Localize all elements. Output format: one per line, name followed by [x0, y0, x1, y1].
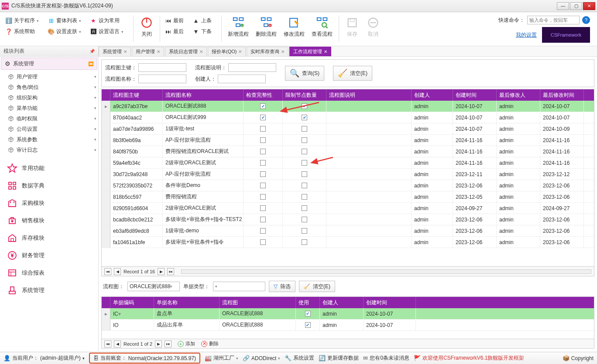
pin-icon[interactable]: 📌 [89, 49, 95, 54]
close-button[interactable]: 关闭 [136, 14, 157, 40]
window-list-menu[interactable]: ⊞窗体列表 [46, 16, 83, 26]
grid1-hscroll[interactable] [181, 269, 591, 274]
checkbox[interactable] [260, 171, 266, 177]
close-tab-icon[interactable]: ✕ [324, 49, 327, 54]
query-button[interactable]: 🔍查询(S) [285, 66, 324, 81]
quicknav-item[interactable]: 数据字典 [0, 177, 98, 194]
grid2-first-button[interactable]: ⏮ [104, 340, 111, 347]
checkbox[interactable] [260, 183, 266, 188]
about-menu[interactable]: ℹ️关于程序 [3, 16, 41, 26]
tab[interactable]: 工作流程管理✕ [289, 47, 331, 56]
factory-select[interactable]: 🏭湖州工厂 [205, 354, 238, 362]
checkbox[interactable] [302, 103, 307, 109]
tree-node[interactable]: 审计日志▾ [2, 145, 96, 155]
search-flowdesc-input[interactable] [228, 63, 276, 72]
checkbox[interactable] [260, 239, 266, 245]
checkbox[interactable] [260, 115, 266, 120]
filter-button[interactable]: ▽筛选 [269, 281, 295, 292]
search-flowname-input[interactable] [138, 75, 186, 83]
checkbox[interactable] [302, 183, 307, 188]
last-record-button[interactable]: ⏭最后 [163, 27, 185, 37]
checkbox[interactable] [260, 228, 266, 234]
quickcmd-help-icon[interactable]: ? [582, 16, 590, 24]
quicknav-item[interactable]: 采购模块 [0, 194, 98, 212]
table-row[interactable]: ▸ IC ▾盘点单 ORACLE测试888 admin2024-10-07 [102, 308, 594, 320]
grid1-last-button[interactable]: ⏭ [167, 268, 174, 275]
set-skin-menu[interactable]: 🎨设置皮肤 [46, 27, 83, 37]
table-row[interactable]: eb3af6d89edc81级审批-demo admin 2023-12-06a… [102, 225, 594, 237]
tree-node[interactable]: 角色/岗位▾ [2, 82, 96, 92]
clear-button[interactable]: 🧹清空(E) [333, 66, 372, 81]
tree-node[interactable]: 系统参数▾ [2, 134, 96, 145]
table-row[interactable]: 30d72c9a9248AP-应付款审批流程 admin 2023-12-11a… [102, 169, 594, 180]
checkbox[interactable] [260, 160, 266, 166]
current-user[interactable]: 👤当前用户：(admin-超级用户)▾ [3, 354, 85, 362]
tab[interactable]: 系统管理✕ [99, 47, 131, 56]
checkbox[interactable] [302, 137, 307, 143]
checkbox[interactable] [302, 217, 307, 222]
grid2-last-button[interactable]: ⏭ [165, 340, 172, 347]
checkbox[interactable] [302, 228, 307, 234]
search-creator-input[interactable] [218, 75, 266, 83]
doctype-combo[interactable] [213, 282, 265, 291]
quicknav-item[interactable]: ¥销售模块 [0, 212, 98, 229]
table-row[interactable]: IO成品出库单 ORACLE测试888 admin2024-10-07 [102, 320, 594, 331]
checkbox[interactable] [302, 160, 307, 166]
checkbox[interactable] [260, 217, 266, 222]
add-flow-button[interactable]: + 新增流程 [224, 14, 252, 40]
checkbox[interactable] [260, 205, 266, 211]
checkbox[interactable] [305, 322, 311, 328]
quicknav-item[interactable]: 系统管理 [0, 282, 98, 299]
close-tab-icon[interactable]: ✕ [124, 49, 127, 54]
current-account[interactable]: 🗄当前账套：Normal(Oracle:120.79.85.97) [89, 353, 200, 364]
next-record-button[interactable]: ▼下条 [191, 27, 213, 37]
close-tab-icon[interactable]: ✕ [157, 49, 160, 54]
table-row[interactable]: 840f8750b费用报销流程ORACLE测试 admin 2024-11-16… [102, 146, 594, 157]
delete-doc-button[interactable]: ✕删除 [201, 340, 219, 347]
system-help-menu[interactable]: ❓系统帮助 [3, 27, 41, 37]
table-row[interactable]: fa10461a1bfe多级审批+审批条件+指令 admin 2023-12-0… [102, 237, 594, 248]
close-tab-icon[interactable]: ✕ [281, 49, 285, 54]
close-tab-icon[interactable]: ✕ [199, 49, 203, 54]
table-row[interactable]: aa07de7da998961级审批-test admin 2024-10-07… [102, 123, 594, 135]
close-tab-icon[interactable]: ✕ [238, 49, 242, 54]
table-row[interactable]: 59a4efb34c2级审批ORACLE测试 admin 2024-11-16a… [102, 157, 594, 169]
table-row[interactable]: 818b5cc597费用报销流程 admin 2023-12-05admin20… [102, 191, 594, 203]
tab[interactable]: 报价单(QO)✕ [208, 47, 246, 56]
workflow-grid[interactable]: 流程图主键流程图名称检查完整性限制节点数量流程图说明创建人创建时间最后修改人最后… [101, 89, 594, 276]
quicknav-item[interactable]: 库存模块 [0, 229, 98, 247]
grid1-first-button[interactable]: ⏮ [104, 268, 111, 275]
quicknav-item[interactable]: 综合报表 [0, 264, 98, 282]
prev-record-button[interactable]: ▲上条 [191, 16, 213, 26]
set-common-button[interactable]: ★设为常用 [88, 16, 125, 26]
checkbox[interactable] [302, 126, 307, 132]
first-record-button[interactable]: ⏮最前 [163, 16, 185, 26]
my-settings-link[interactable]: 我的设置 [516, 31, 537, 39]
checkbox[interactable] [302, 205, 307, 211]
ado-select[interactable]: 🔗ADODirect [243, 355, 280, 361]
quickcmd-input[interactable] [527, 16, 580, 24]
grid1-prev-button[interactable]: ◀ [114, 268, 121, 275]
grid2-prev-button[interactable]: ◀ [114, 340, 121, 347]
quicknav-item[interactable]: 常用功能 [0, 160, 98, 177]
tree-node[interactable]: 用户管理▾ [2, 71, 96, 82]
tree-node[interactable]: 组织架构▾ [2, 92, 96, 103]
tree-node[interactable]: 临时权限▾ [2, 113, 96, 124]
checkbox[interactable] [302, 194, 307, 200]
checkbox[interactable] [302, 239, 307, 245]
table-row[interactable]: 8b3f0eb69aAP-应付款审批流程 admin 2024-11-16adm… [102, 135, 594, 146]
set-language-menu[interactable]: 🅰设置语言 [88, 27, 125, 37]
checkbox[interactable] [305, 311, 311, 316]
view-flow-button[interactable]: 查看流程 [308, 14, 336, 40]
checkbox[interactable] [302, 115, 307, 120]
tree-node[interactable]: 公司设置▾ [2, 124, 96, 134]
search-flowkey-input[interactable] [138, 63, 186, 72]
table-row[interactable]: 572f239035b072条件审批Demo admin 2023-12-06a… [102, 180, 594, 191]
table-row[interactable]: 8290591d66042级审批ORACLE测试 admin 2024-09-2… [102, 203, 594, 214]
tab[interactable]: 系统日志管理✕ [165, 47, 207, 56]
refresh-cache[interactable]: 🔄更新缓存数据 [319, 354, 359, 362]
unread-messages[interactable]: ✉您有0条未读消息 [363, 354, 409, 362]
clear2-button[interactable]: 🧹清空(E) [299, 281, 335, 292]
table-row[interactable]: ▸ a9c287ab37beORACLE测试888 admin 2024-10-… [102, 101, 594, 112]
close-window-button[interactable]: ✕ [583, 2, 595, 10]
